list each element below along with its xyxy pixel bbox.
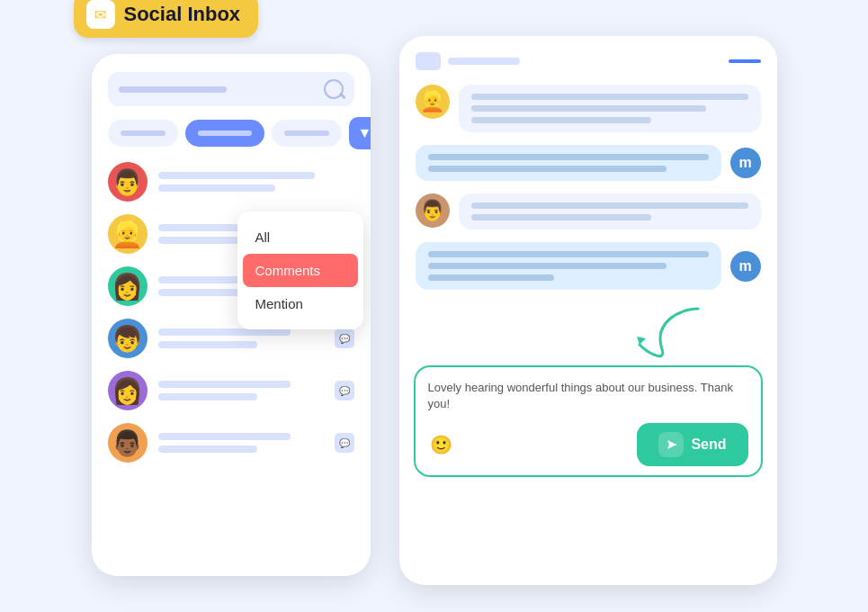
avatar — [108, 423, 148, 463]
message-bubble — [459, 85, 761, 132]
arrow-decoration — [635, 304, 707, 358]
face-icon — [420, 199, 444, 222]
face-icon — [112, 376, 143, 406]
message-row — [416, 194, 761, 230]
filter-mention[interactable] — [272, 120, 342, 147]
dropdown-item-mention[interactable]: Mention — [237, 287, 363, 320]
mail-icon: ✉ — [86, 0, 115, 29]
message-badge-icon: 💬 — [335, 381, 354, 400]
contact-line — [158, 393, 257, 400]
chat-header — [416, 52, 761, 70]
funnel-icon: ▼ — [358, 125, 371, 141]
avatar — [108, 371, 148, 410]
filter-comments[interactable] — [185, 120, 264, 147]
contact-line — [158, 446, 257, 453]
chat-header-icon — [416, 52, 441, 70]
contact-line — [158, 184, 276, 192]
message-badge-icon: 💬 — [335, 433, 354, 453]
reply-text: Lovely hearing wonderful things about ou… — [428, 380, 748, 412]
search-bar[interactable] — [108, 72, 354, 106]
face-icon — [112, 220, 143, 249]
send-label: Send — [691, 436, 726, 453]
contact-line — [158, 172, 315, 179]
avatar — [108, 319, 148, 358]
contact-line — [158, 433, 291, 440]
face-icon — [112, 428, 143, 458]
face-icon — [112, 324, 143, 354]
dropdown-item-comments[interactable]: Comments — [243, 254, 358, 287]
app-title: Social Inbox — [124, 3, 241, 26]
avatar — [108, 162, 148, 202]
app-header-badge: ✉ Social Inbox — [74, 0, 259, 38]
filter-button[interactable]: ▼ — [349, 117, 371, 149]
face-icon — [112, 167, 143, 197]
filter-comments-line — [198, 130, 252, 136]
chat-header-title-line — [448, 58, 520, 65]
message-bubble — [416, 242, 721, 290]
list-item[interactable]: 💬 — [108, 423, 354, 463]
left-phone: ▼ — [92, 54, 371, 576]
avatar — [416, 194, 450, 228]
avatar — [108, 214, 148, 254]
m-badge: m — [730, 148, 761, 178]
reply-icon — [664, 437, 678, 452]
search-line — [119, 86, 227, 93]
contact-line — [158, 341, 257, 348]
message-bubble — [416, 145, 721, 181]
avatar — [416, 85, 450, 119]
send-icon-box — [658, 432, 684, 457]
face-icon — [420, 90, 444, 113]
avatar — [108, 266, 148, 306]
filter-all-line — [121, 130, 166, 136]
message-row: m — [416, 145, 761, 181]
contact-line — [158, 328, 291, 336]
message-row — [416, 85, 761, 132]
list-item[interactable]: 💬 — [108, 371, 354, 410]
emoji-button[interactable]: 🙂 — [428, 431, 455, 458]
right-phone: m — [399, 36, 777, 585]
search-icon[interactable] — [324, 79, 344, 99]
m-badge: m — [730, 251, 761, 282]
filter-mention-line — [284, 130, 329, 136]
chat-messages: m — [416, 85, 761, 290]
emoji-icon: 🙂 — [430, 434, 452, 455]
svg-marker-0 — [637, 337, 646, 345]
filter-all[interactable] — [108, 120, 178, 147]
message-bubble — [459, 194, 761, 230]
reply-area: Lovely hearing wonderful things about ou… — [414, 365, 763, 477]
send-button[interactable]: Send — [637, 423, 747, 466]
filter-row: ▼ — [108, 117, 354, 149]
chat-header-action[interactable] — [729, 59, 761, 63]
contact-line — [158, 381, 291, 388]
message-row: m — [416, 242, 761, 290]
dropdown-item-all[interactable]: All — [237, 220, 363, 254]
list-item[interactable] — [108, 162, 354, 202]
filter-dropdown[interactable]: All Comments Mention — [237, 212, 363, 329]
contact-list-wrapper: 💬 💬 — [108, 162, 354, 463]
reply-actions: 🙂 Send — [428, 423, 748, 466]
message-badge-icon: 💬 — [335, 328, 354, 348]
face-icon — [112, 272, 143, 302]
